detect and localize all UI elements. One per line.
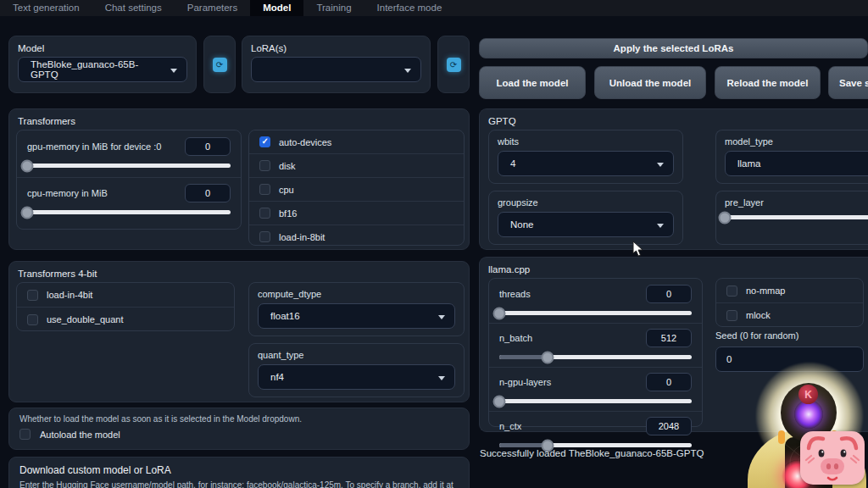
pre-layer-slider-row: pre_layer (725, 197, 868, 219)
lora-label: LoRA(s) (242, 36, 430, 57)
chevron-down-icon (438, 315, 445, 319)
load-model-button[interactable]: Load the model (479, 66, 586, 99)
wbits-label: wbits (498, 136, 674, 147)
refresh-models-icon[interactable]: ⟳ (213, 58, 227, 72)
tab-training[interactable]: Training (303, 0, 364, 16)
status-message: Successfully loaded TheBloke_guanaco-65B… (480, 448, 704, 458)
transformers-4bit-flags-group: load-in-4bit use_double_quant (16, 282, 235, 331)
threads-slider[interactable] (499, 311, 692, 315)
mlock-row[interactable]: mlock (716, 303, 863, 327)
n-batch-slider[interactable] (499, 355, 692, 359)
slider-handle[interactable] (493, 307, 506, 319)
groupsize-dropdown[interactable]: None (498, 212, 674, 237)
lora-refresh-panel: ⟳ (437, 36, 470, 93)
llama-cpp-title: llama.cpp (480, 258, 868, 278)
quant-type-group: quant_type nf4 (248, 343, 465, 397)
model-type-dropdown[interactable]: llama (725, 151, 868, 176)
cpu-row[interactable]: cpu (249, 178, 464, 201)
load-in-8bit-checkbox[interactable] (259, 231, 270, 242)
unload-model-button[interactable]: Unload the model (594, 66, 706, 99)
model-tab-page: { "tabs": [ {"label": "Text generation",… (0, 0, 868, 488)
gpu-memory-slider-row: gpu-memory in MiB for device :0 0 (17, 130, 241, 168)
no-mmap-row[interactable]: no-mmap (716, 279, 863, 302)
compute-dtype-value: float16 (270, 311, 300, 321)
compute-dtype-group: compute_dtype float16 (248, 282, 465, 336)
gptq-panel: GPTQ wbits 4 model_type llama groupsize … (479, 108, 868, 250)
slider-handle[interactable] (541, 351, 554, 363)
n-ctx-slider-row: n_ctx 2048 (489, 412, 702, 447)
n-batch-value-input[interactable]: 512 (646, 329, 692, 347)
llama-cpp-sliders-group: threads 0 n_batch 512 (488, 278, 703, 427)
slider-handle[interactable] (493, 395, 506, 408)
slider-handle[interactable] (21, 159, 34, 172)
slider-handle[interactable] (21, 206, 34, 219)
load-in-4bit-checkbox[interactable] (27, 290, 38, 301)
model-type-label: model_type (725, 136, 868, 147)
mlock-checkbox[interactable] (726, 310, 737, 321)
cpu-checkbox[interactable] (259, 184, 270, 195)
cpu-memory-label: cpu-memory in MiB (27, 188, 108, 198)
use-double-quant-checkbox[interactable] (27, 314, 38, 325)
gpu-memory-slider[interactable] (27, 164, 231, 168)
model-dropdown[interactable]: TheBloke_guanaco-65B-GPTQ (18, 57, 187, 82)
chevron-down-icon (404, 69, 411, 73)
use-double-quant-row[interactable]: use_double_quant (17, 308, 234, 331)
disk-row[interactable]: disk (249, 154, 464, 177)
gpu-memory-label: gpu-memory in MiB for device :0 (27, 141, 161, 152)
n-gpu-layers-slider-row: n-gpu-layers 0 (489, 368, 702, 403)
no-mmap-checkbox[interactable] (726, 286, 737, 297)
compute-dtype-label: compute_dtype (258, 289, 455, 299)
quant-type-label: quant_type (258, 350, 455, 360)
load-in-4bit-row[interactable]: load-in-4bit (17, 283, 234, 307)
transformers-4bit-panel: Transformers 4-bit load-in-4bit use_doub… (8, 261, 470, 402)
cpu-memory-slider[interactable] (27, 210, 231, 214)
threads-label: threads (499, 289, 531, 299)
gpu-memory-value-input[interactable]: 0 (185, 137, 231, 156)
tab-parameters[interactable]: Parameters (175, 0, 250, 16)
transformers-title: Transformers (9, 109, 469, 130)
n-ctx-value-input[interactable]: 2048 (646, 417, 692, 435)
tab-text-generation[interactable]: Text generation (0, 0, 92, 16)
save-settings-button[interactable]: Save settings for this model (828, 66, 868, 99)
seed-input[interactable]: 0 (715, 347, 864, 372)
apply-loras-button[interactable]: Apply the selected LoRAs (479, 38, 868, 58)
disk-checkbox[interactable] (259, 160, 270, 171)
groupsize-label: groupsize (498, 197, 674, 208)
quant-type-dropdown[interactable]: nf4 (258, 364, 455, 390)
auto-devices-checkbox[interactable] (259, 136, 270, 147)
chevron-down-icon (657, 163, 664, 167)
pre-layer-slider[interactable] (725, 215, 868, 219)
auto-devices-row[interactable]: auto-devices (249, 130, 464, 153)
pre-layer-group: pre_layer (715, 191, 868, 245)
autoload-checkbox[interactable] (19, 429, 31, 440)
n-gpu-layers-value-input[interactable]: 0 (646, 373, 692, 391)
compute-dtype-dropdown[interactable]: float16 (258, 303, 455, 329)
threads-value-input[interactable]: 0 (646, 285, 692, 303)
disk-label: disk (279, 161, 296, 171)
lora-dropdown[interactable] (251, 57, 421, 82)
refresh-loras-icon[interactable]: ⟳ (447, 58, 461, 72)
seed-label: Seed (0 for random) (715, 330, 864, 341)
cpu-memory-value-input[interactable]: 0 (185, 184, 231, 202)
groupsize-group: groupsize None (488, 191, 683, 245)
wbits-dropdown[interactable]: 4 (498, 151, 674, 176)
transformers-panel: Transformers gpu-memory in MiB for devic… (8, 108, 470, 250)
tab-model[interactable]: Model (250, 0, 303, 16)
memory-sliders-group: gpu-memory in MiB for device :0 0 cpu-me… (16, 130, 242, 230)
n-gpu-layers-slider[interactable] (499, 399, 692, 403)
n-gpu-layers-label: n-gpu-layers (499, 377, 551, 387)
model-dropdown-value: TheBloke_guanaco-65B-GPTQ (31, 59, 164, 80)
wbits-value: 4 (510, 158, 515, 169)
slider-handle[interactable] (719, 211, 732, 224)
tab-chat-settings[interactable]: Chat settings (92, 0, 175, 16)
auto-devices-label: auto-devices (279, 137, 331, 147)
autoload-row[interactable]: Autoload the model (19, 424, 459, 440)
load-in-8bit-row[interactable]: load-in-8bit (249, 225, 464, 248)
bf16-row[interactable]: bf16 (249, 202, 464, 225)
bf16-checkbox[interactable] (259, 208, 270, 219)
model-label: Model (9, 36, 196, 57)
reload-model-button[interactable]: Reload the model (715, 66, 821, 99)
n-ctx-slider[interactable] (499, 443, 692, 447)
tab-interface-mode[interactable]: Interface mode (364, 0, 455, 16)
groupsize-value: None (510, 219, 534, 230)
